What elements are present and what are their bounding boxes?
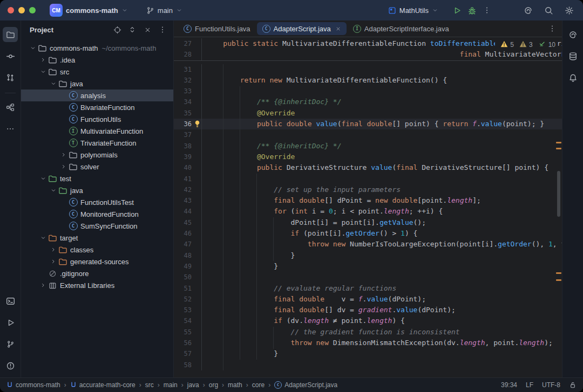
git-tool-button[interactable] — [3, 336, 18, 352]
line-number[interactable]: 51 — [174, 283, 202, 294]
breadcrumb-main[interactable]: main — [164, 381, 178, 389]
tab-functionutils-java[interactable]: CFunctionUtils.java — [178, 22, 256, 35]
notifications-button[interactable] — [565, 70, 580, 85]
close-tab-icon[interactable] — [335, 26, 341, 32]
code-line-38[interactable]: 38 /** {@inheritDoc} */ — [174, 141, 562, 152]
line-number[interactable]: 56 — [174, 338, 202, 348]
line-number[interactable]: 33 — [174, 86, 202, 97]
line-separator[interactable]: LF — [526, 381, 533, 389]
chevron-down-icon[interactable] — [49, 187, 58, 194]
search-everywhere-button[interactable] — [541, 3, 556, 18]
tree-item--idea[interactable]: .idea — [21, 54, 173, 66]
close-window-button[interactable] — [8, 7, 14, 13]
tree-item-analysis[interactable]: Canalysis — [21, 90, 173, 101]
breadcrumb-src[interactable]: src — [145, 381, 154, 389]
inspections-widget[interactable]: 5310 — [495, 39, 558, 50]
code-line-42[interactable]: 42 // set up the input parameters — [174, 184, 562, 195]
panel-options-icon[interactable] — [157, 24, 168, 35]
line-number[interactable]: 35 — [174, 108, 202, 119]
line-number[interactable]: 42 — [174, 184, 202, 195]
code-editor[interactable]: 27 public static MultivariateDifferentia… — [174, 37, 562, 377]
warning-stripe[interactable] — [556, 279, 561, 281]
breadcrumb-accurate-math-core[interactable]: accurate-math-core — [70, 381, 135, 389]
warning-stripe[interactable] — [556, 272, 561, 274]
tab-options-button[interactable] — [548, 24, 557, 33]
tab-adapterscriptinterface-java[interactable]: IAdapterScriptInterface.java — [348, 22, 455, 35]
tree-item-polynomials[interactable]: polynomials — [21, 149, 173, 161]
line-number[interactable]: 45 — [174, 217, 202, 228]
tree-item-java[interactable]: java — [21, 184, 173, 196]
breadcrumb-java[interactable]: java — [187, 381, 199, 389]
code-line-56[interactable]: 56 throw new DimensionMismatchException(… — [174, 338, 562, 348]
code-line-54[interactable]: 54 if (dv.length ≠ point.length) { — [174, 315, 562, 326]
code-line-36[interactable]: 36 public double value(final double[] po… — [174, 119, 562, 129]
line-number[interactable]: 36 — [174, 119, 202, 129]
warning-stripe[interactable] — [556, 142, 561, 143]
branch-widget[interactable]: main — [143, 4, 186, 17]
minimize-window-button[interactable] — [18, 7, 25, 13]
line-number[interactable]: 50 — [174, 272, 202, 283]
tree-item-external-libraries[interactable]: External Libraries — [21, 279, 173, 291]
structure-tool-button[interactable] — [3, 100, 18, 115]
line-number[interactable]: 52 — [174, 294, 202, 305]
run-configuration-widget[interactable]: MathUtils — [385, 4, 442, 17]
line-number[interactable]: 46 — [174, 228, 202, 239]
code-line-53[interactable]: 53 final double[] dv = gradient.value(dP… — [174, 305, 562, 315]
inspection-weak-warning[interactable]: 3 — [519, 40, 533, 49]
code-line-37[interactable]: 37 — [174, 129, 562, 140]
chevron-right-icon[interactable] — [39, 282, 48, 288]
chevron-down-icon[interactable] — [29, 45, 37, 51]
tree-item-monitoredfunction[interactable]: CMonitoredFunction — [21, 208, 173, 220]
breadcrumb-commons-math[interactable]: commons-math — [6, 381, 60, 389]
tree-item-test[interactable]: test — [21, 173, 173, 184]
line-number[interactable]: 34 — [174, 97, 202, 107]
line-number[interactable]: 48 — [174, 250, 202, 261]
line-number[interactable]: 31 — [174, 64, 202, 75]
breadcrumb-core[interactable]: core — [252, 381, 265, 389]
code-line-46[interactable]: 46 if (point[i].getOrder() > 1) { — [174, 228, 562, 239]
code-line-39[interactable]: 39 @Override — [174, 152, 562, 162]
tree-item-solver[interactable]: solver — [21, 161, 173, 173]
code-line-49[interactable]: 49 } — [174, 261, 562, 272]
hide-panel-icon[interactable] — [142, 24, 153, 35]
tree-item-generated-sources[interactable]: generated-sources — [21, 256, 173, 267]
line-number[interactable]: 37 — [174, 129, 202, 140]
inspection-passed[interactable]: 10 — [538, 40, 555, 49]
project-tool-button[interactable] — [3, 27, 18, 42]
code-line-28[interactable]: 28 final MultivariateVectorFunction grad… — [174, 49, 562, 60]
line-number[interactable]: 32 — [174, 75, 202, 86]
expand-collapse-icon[interactable] — [127, 24, 138, 35]
code-line-45[interactable]: 45 dPoint[i] = point[i].getValue(); — [174, 217, 562, 228]
run-tool-button[interactable] — [3, 315, 18, 330]
line-number[interactable]: 44 — [174, 206, 202, 217]
chevron-right-icon[interactable] — [59, 152, 68, 158]
file-encoding[interactable]: UTF-8 — [542, 381, 560, 389]
code-line-41[interactable]: 41 — [174, 174, 562, 184]
code-line-35[interactable]: 35 @Override — [174, 108, 562, 119]
chevron-down-icon[interactable] — [39, 235, 48, 241]
line-number[interactable]: 54 — [174, 315, 202, 326]
tab-adapterscript-java[interactable]: CAdapterScript.java — [257, 22, 347, 35]
problems-tool-button[interactable] — [3, 358, 18, 373]
code-line-34[interactable]: 34 /** {@inheritDoc} */ — [174, 97, 562, 107]
pull-requests-tool-button[interactable] — [3, 70, 18, 85]
terminal-tool-button[interactable] — [3, 293, 18, 308]
tree-item-functionutilstest[interactable]: CFunctionUtilsTest — [21, 196, 173, 208]
ai-assistant-tool-button[interactable] — [565, 27, 580, 42]
unlocked-icon[interactable] — [569, 381, 577, 389]
settings-button[interactable] — [561, 3, 577, 18]
line-number[interactable]: 47 — [174, 239, 202, 250]
code-line-58[interactable]: 58 — [174, 360, 562, 370]
more-tools-button[interactable] — [3, 121, 18, 136]
tree-item--gitignore[interactable]: .gitignore — [21, 267, 173, 279]
tree-item-trivariatefunction[interactable]: TTrivariateFunction — [21, 137, 173, 149]
locate-file-icon[interactable] — [112, 24, 123, 35]
tree-item-classes[interactable]: classes — [21, 244, 173, 256]
line-number[interactable]: 28 — [174, 49, 202, 60]
chevron-right-icon[interactable] — [39, 57, 48, 63]
tree-item-sumsyncfunction[interactable]: CSumSyncFunction — [21, 220, 173, 232]
line-number[interactable]: 40 — [174, 162, 202, 173]
line-number[interactable]: 57 — [174, 348, 202, 359]
code-line-40[interactable]: 40 public DerivativeStructure value(fina… — [174, 162, 562, 173]
line-number[interactable]: 39 — [174, 152, 202, 162]
